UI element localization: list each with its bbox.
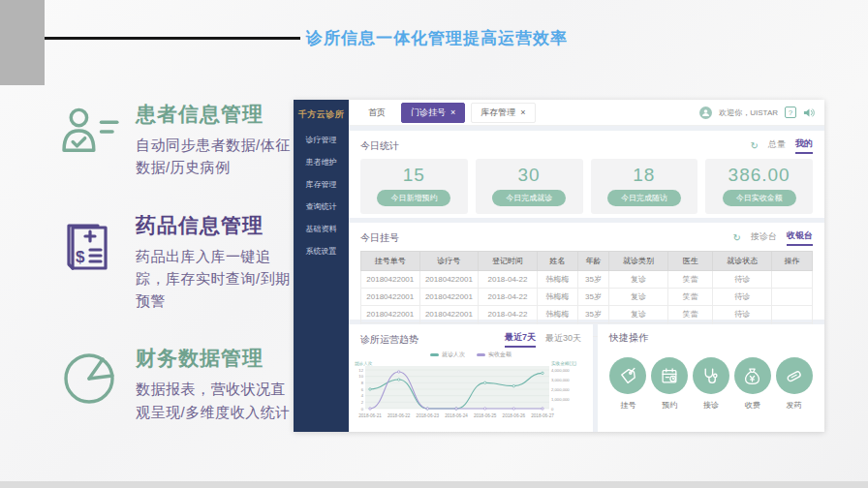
trend-line-chart: 02468101201,000,0002,000,0003,000,0004,0… bbox=[353, 360, 589, 424]
speaker-icon[interactable] bbox=[803, 107, 815, 118]
stat-badge: 今日实收金额 bbox=[723, 190, 796, 206]
close-icon[interactable]: × bbox=[450, 107, 455, 117]
feature-list: 患者信息管理 自动同步患者数据/体征数据/历史病例 $ bbox=[58, 101, 300, 456]
app-screenshot: 千方云诊所 诊疗管理 患者维护 库存管理 查询统计 基础资料 系统设置 首页 门… bbox=[294, 100, 824, 432]
tag-icon bbox=[609, 357, 646, 394]
svg-text:2018-06-22: 2018-06-22 bbox=[388, 413, 411, 418]
stat-card-revenue: 386.00 今日实收金额 bbox=[705, 159, 813, 214]
user-area: 欢迎你，UISTAR ? bbox=[699, 107, 815, 119]
quick-actions-title: 快捷操作 bbox=[609, 331, 648, 345]
svg-text:10: 10 bbox=[358, 374, 363, 379]
stat-badge: 今日完成就诊 bbox=[492, 190, 566, 206]
quick-action-charge[interactable]: 收费 bbox=[734, 357, 771, 411]
app-topbar: 首页 门诊挂号× 库存管理× 欢迎你，UISTAR ? bbox=[349, 100, 824, 126]
legend-marker-visits bbox=[430, 353, 439, 356]
svg-text:2018-06-21: 2018-06-21 bbox=[358, 413, 382, 418]
quick-action-reception[interactable]: 接诊 bbox=[693, 357, 729, 411]
feature-medicine-info: $ 药品信息管理 药品出库入库一键追踪，库存实时查询/到期预警 bbox=[58, 212, 300, 313]
stat-value: 386.00 bbox=[705, 165, 813, 186]
svg-text:2018-06-26: 2018-06-26 bbox=[503, 413, 526, 418]
toggle-mine[interactable]: 我的 bbox=[795, 137, 813, 154]
finance-data-icon bbox=[58, 345, 120, 423]
close-icon[interactable]: × bbox=[520, 107, 525, 117]
tab-bar: 首页 门诊挂号× 库存管理× bbox=[358, 103, 536, 123]
today-stats-section: 今日统计 ↻ 总量 我的 15 今日新增预约 30 bbox=[349, 131, 824, 218]
stethoscope-icon bbox=[693, 357, 729, 394]
stat-badge: 今日新增预约 bbox=[377, 190, 450, 206]
svg-text:4,000,000: 4,000,000 bbox=[551, 368, 570, 373]
stats-title: 今日统计 bbox=[360, 139, 399, 153]
legend-marker-revenue bbox=[477, 353, 485, 356]
feature-title: 财务数据管理 bbox=[136, 345, 300, 372]
tab-reception-desk[interactable]: 接诊台 bbox=[751, 230, 777, 245]
decor-title-line bbox=[45, 37, 300, 40]
avatar bbox=[699, 107, 712, 119]
refresh-icon[interactable]: ↻ bbox=[751, 140, 759, 151]
svg-text:0: 0 bbox=[551, 407, 554, 412]
table-row[interactable]: 20180422001201804220012018-04-22韩梅梅35岁复诊… bbox=[361, 271, 813, 289]
sidebar-item-settings[interactable]: 系统设置 bbox=[294, 240, 349, 262]
sidebar-item-patient[interactable]: 患者维护 bbox=[294, 151, 349, 173]
money-bag-icon bbox=[734, 357, 771, 394]
svg-text:2018-06-23: 2018-06-23 bbox=[417, 413, 440, 418]
feature-finance-data: 财务数据管理 数据报表，营收状况直观呈现/多维度收入统计 bbox=[58, 345, 300, 423]
today-registration-section: 今日挂号 ↻ 接诊台 收银台 挂号单号 诊疗号 登记时间 bbox=[349, 223, 824, 320]
quick-action-appointment[interactable]: 预约 bbox=[651, 357, 688, 411]
tab-outpatient-registration[interactable]: 门诊挂号× bbox=[401, 103, 465, 123]
refresh-icon[interactable]: ↻ bbox=[733, 232, 741, 243]
help-icon[interactable]: ? bbox=[785, 107, 796, 118]
decor-gray-block bbox=[0, 0, 45, 85]
svg-text:2018-06-24: 2018-06-24 bbox=[445, 413, 468, 418]
app-sidebar: 千方云诊所 诊疗管理 患者维护 库存管理 查询统计 基础资料 系统设置 bbox=[294, 100, 349, 432]
tab-cashier-desk[interactable]: 收银台 bbox=[787, 229, 813, 246]
sidebar-item-statistics[interactable]: 查询统计 bbox=[294, 196, 349, 218]
slide-canvas: 诊所信息一体化管理提高运营效率 患者信息管理 自动同步患者数据/体征数据/历史病… bbox=[0, 0, 868, 488]
sidebar-item-inventory[interactable]: 库存管理 bbox=[294, 173, 349, 196]
footer-strip bbox=[0, 481, 868, 488]
calendar-icon bbox=[651, 357, 688, 394]
welcome-text: 欢迎你，UISTAR bbox=[719, 107, 778, 118]
svg-text:2,000,000: 2,000,000 bbox=[551, 387, 570, 392]
feature-patient-info: 患者信息管理 自动同步患者数据/体征数据/历史病例 bbox=[58, 101, 300, 179]
sidebar-item-diagnosis[interactable]: 诊疗管理 bbox=[294, 129, 349, 151]
stat-value: 30 bbox=[476, 165, 583, 186]
tab-inventory[interactable]: 库存管理× bbox=[471, 103, 535, 123]
feature-title: 患者信息管理 bbox=[136, 101, 300, 128]
quick-action-register[interactable]: 挂号 bbox=[609, 357, 646, 411]
feature-desc: 药品出库入库一键追踪，库存实时查询/到期预警 bbox=[136, 245, 300, 313]
svg-text:4: 4 bbox=[361, 393, 364, 398]
tab-home[interactable]: 首页 bbox=[358, 103, 395, 123]
tab-last-30-days[interactable]: 最近30天 bbox=[545, 332, 581, 347]
registration-title: 今日挂号 bbox=[360, 231, 399, 245]
capsule-icon bbox=[776, 357, 813, 394]
svg-text:2018-06-25: 2018-06-25 bbox=[474, 413, 497, 418]
quick-actions-section: 快捷操作 挂号 bbox=[598, 324, 824, 432]
patient-info-icon bbox=[58, 101, 120, 179]
svg-text:6: 6 bbox=[361, 387, 364, 392]
svg-text:1,000,000: 1,000,000 bbox=[551, 397, 570, 402]
stat-value: 15 bbox=[360, 165, 468, 186]
sidebar-item-basic-data[interactable]: 基础资料 bbox=[294, 218, 349, 240]
trend-title: 诊所运营趋势 bbox=[360, 333, 418, 347]
quick-action-dispense[interactable]: 发药 bbox=[776, 357, 813, 411]
svg-text:就诊人次: 就诊人次 bbox=[355, 360, 373, 366]
stat-card-visits: 30 今日完成就诊 bbox=[476, 159, 583, 214]
stat-card-followups: 18 今日完成随访 bbox=[591, 159, 698, 214]
table-row[interactable]: 20180422001201804220012018-04-22韩梅梅35岁复诊… bbox=[361, 306, 813, 323]
slide-title: 诊所信息一体化管理提高运营效率 bbox=[306, 27, 568, 49]
svg-text:0: 0 bbox=[361, 407, 364, 412]
svg-text:8: 8 bbox=[361, 381, 364, 385]
svg-text:12: 12 bbox=[358, 368, 363, 373]
table-row[interactable]: 20180422001201804220012018-04-22韩梅梅35岁复诊… bbox=[361, 289, 813, 306]
stat-value: 18 bbox=[591, 165, 698, 186]
stat-card-appointments: 15 今日新增预约 bbox=[360, 159, 468, 214]
feature-desc: 数据报表，营收状况直观呈现/多维度收入统计 bbox=[136, 378, 300, 423]
app-brand: 千方云诊所 bbox=[294, 100, 349, 129]
stat-badge: 今日完成随访 bbox=[607, 190, 681, 206]
tab-last-7-days[interactable]: 最近7天 bbox=[505, 331, 536, 348]
svg-text:2018-06-27: 2018-06-27 bbox=[531, 413, 554, 418]
toggle-total[interactable]: 总量 bbox=[768, 138, 786, 153]
svg-text:实收金额(元): 实收金额(元) bbox=[551, 360, 576, 366]
app-content: 今日统计 ↻ 总量 我的 15 今日新增预约 30 bbox=[349, 126, 824, 432]
svg-text:2: 2 bbox=[361, 400, 364, 405]
